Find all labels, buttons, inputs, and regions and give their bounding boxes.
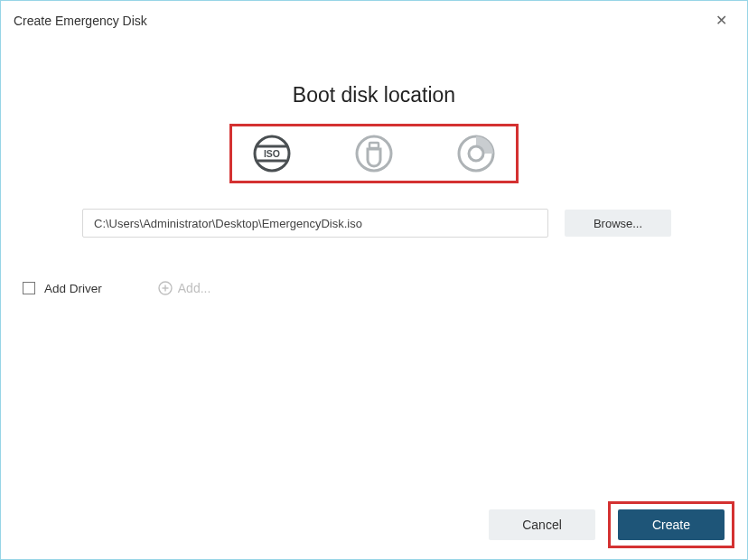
- driver-row: Add Driver Add...: [23, 281, 747, 295]
- plus-circle-icon: [158, 281, 173, 295]
- cancel-button[interactable]: Cancel: [489, 509, 595, 540]
- disk-type-selector: ISO: [250, 132, 498, 175]
- path-row: Browse...: [82, 209, 671, 238]
- window-title: Create Emergency Disk: [14, 14, 147, 28]
- add-driver-button-label: Add...: [178, 281, 211, 295]
- browse-button[interactable]: Browse...: [565, 210, 671, 237]
- svg-point-7: [469, 146, 483, 161]
- path-input[interactable]: [82, 209, 548, 238]
- iso-icon: ISO: [252, 134, 292, 173]
- add-driver-button[interactable]: Add...: [158, 281, 211, 295]
- disk-type-highlight: ISO: [229, 124, 519, 183]
- usb-icon: [354, 134, 394, 173]
- create-highlight: Create: [608, 501, 734, 548]
- usb-option[interactable]: [352, 132, 396, 175]
- create-button[interactable]: Create: [618, 509, 725, 540]
- cd-icon: [456, 134, 496, 173]
- dialog-footer: Cancel Create: [489, 501, 734, 548]
- cd-option[interactable]: [454, 132, 498, 175]
- page-heading: Boot disk location: [1, 83, 747, 107]
- add-driver-label: Add Driver: [44, 282, 102, 295]
- svg-rect-5: [369, 143, 379, 148]
- add-driver-checkbox[interactable]: [23, 282, 35, 294]
- svg-text:ISO: ISO: [264, 148, 280, 159]
- close-icon[interactable]: ✕: [710, 10, 733, 31]
- iso-option[interactable]: ISO: [250, 132, 294, 175]
- titlebar: Create Emergency Disk ✕: [1, 1, 747, 40]
